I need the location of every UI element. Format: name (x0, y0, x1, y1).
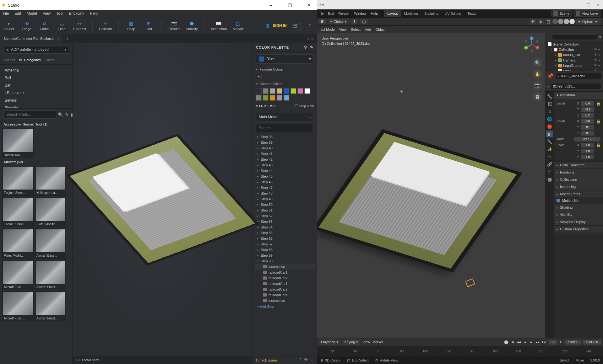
filter-icon[interactable]: ▾ (599, 35, 601, 39)
next-key-icon[interactable]: ▸▸ (535, 339, 541, 345)
pin-icon[interactable]: 📌 (547, 73, 553, 79)
hide-button[interactable]: ◡Hide (56, 21, 68, 31)
color-swatch[interactable] (277, 88, 282, 94)
refresh-icon[interactable]: ↻ (560, 340, 562, 344)
select-button[interactable]: ▸Select (3, 21, 15, 31)
prop-panel-relations[interactable]: ▸Relations (554, 169, 603, 176)
upload-button[interactable]: ⤴ (305, 21, 314, 30)
current-frame-field[interactable]: 1 (549, 340, 557, 345)
zoom-icon[interactable]: 🔍 (533, 58, 542, 67)
gizmo-icon[interactable]: 👁 (530, 19, 536, 24)
main-model-dropdown[interactable]: Main Model ▾ (256, 113, 314, 121)
pan-icon[interactable]: ✋ (533, 70, 542, 78)
category-list[interactable]: AntennaBallBarBaseplateBelvilleBionicle (0, 65, 72, 109)
workspace-sculpting[interactable]: Sculpting (421, 10, 442, 17)
transform-location-y[interactable]: Y-0.1 (557, 106, 600, 112)
filter-icon[interactable]: ⚲ (304, 45, 307, 50)
keying-menu[interactable]: Keying ▾ (343, 340, 360, 345)
part-thumbnail[interactable]: +Aircraft Fusel... (2, 260, 34, 290)
view-menu[interactable]: View (339, 28, 347, 31)
color-swatch[interactable] (270, 88, 275, 94)
category-item[interactable]: Ball (0, 74, 72, 82)
outliner-row[interactable]: ▸Light👁▸ (546, 68, 602, 71)
bl-menu-edit[interactable]: Edit (326, 12, 336, 15)
timeline-ruler[interactable]: 20406080100120140160180200220240 (317, 346, 603, 356)
step-item[interactable]: ▸Step 42 (255, 157, 315, 162)
shading-mode[interactable] (552, 19, 575, 24)
current-color-dropdown[interactable]: Blue ▾ (256, 54, 314, 64)
step-item[interactable]: ▸Step 47 (255, 185, 315, 190)
cat-tab-bl-categories[interactable]: BL Categories (19, 56, 41, 64)
substep-item[interactable]: railroadCar2 (255, 275, 315, 281)
step-item[interactable]: ▸Step 45 (255, 174, 315, 179)
jump-start-icon[interactable]: ⏮ (510, 339, 515, 345)
step-item[interactable]: ▸Step 39 (255, 140, 315, 145)
category-item[interactable]: Baseplate (0, 89, 72, 97)
tl-view-menu[interactable]: View (362, 340, 370, 344)
tab-world[interactable]: 🔴 (546, 123, 553, 130)
instruction-button[interactable]: 📖Instruction (211, 21, 227, 31)
prop-panel-visibility[interactable]: ▸Visibility (554, 211, 603, 218)
transform-rotation-x[interactable]: RotatiX-90🔒 (557, 118, 600, 124)
menu-tool[interactable]: Tool (57, 11, 63, 16)
substep-item[interactable]: locomotive (255, 298, 315, 303)
prop-panel-shading[interactable]: ▸Shading (554, 204, 603, 211)
menu-bricklink[interactable]: BrickLink (69, 11, 84, 16)
outliner[interactable]: ☰▾ Scene Collection▸Collection👁▸▸00000_C… (545, 33, 603, 71)
snap-toggle[interactable]: ⬇ (351, 19, 358, 24)
mode-dropdown[interactable]: ject Mode (320, 28, 335, 31)
tab-constraint[interactable]: 🔗 (546, 161, 553, 168)
step-item[interactable]: ▸Step 44 (255, 168, 315, 174)
tab-modifier[interactable]: 🔧 (546, 138, 553, 145)
tab-prev-icon[interactable]: ◂ (307, 36, 309, 41)
add-favorite-button[interactable]: + (256, 74, 262, 79)
file-tab[interactable]: Sample/Commuter Rail Station.io × (0, 34, 63, 43)
mosaic-button[interactable]: ◫Mosaic (232, 21, 244, 31)
step-item[interactable]: ▸Step 43 (255, 162, 315, 168)
collision-button[interactable]: ⚠Collision (99, 21, 112, 31)
active-file-field[interactable]: 📌 ▫ 01492_3023.dat (545, 71, 603, 81)
cat-tab-colors[interactable]: Colors (45, 56, 55, 64)
jump-end-icon[interactable]: ⏭ (541, 339, 547, 345)
studio-viewport[interactable]: 📷 ◎ 1201 total parts (73, 43, 253, 364)
step-item[interactable]: ▸Step 53 (255, 219, 315, 224)
minimize-button[interactable]: – (265, 2, 277, 8)
add-tab-button[interactable]: + (63, 36, 72, 41)
select-menu[interactable]: Select (351, 28, 361, 31)
prop-panel-motion-paths[interactable]: ▸Motion Paths (554, 190, 603, 197)
end-frame-field[interactable]: End 250 (583, 340, 601, 345)
grid-button[interactable]: ⊞Grid (143, 21, 155, 31)
sign-in-button[interactable]: 👤 SIGN IN (265, 24, 287, 28)
color-swatch[interactable] (263, 95, 269, 101)
outliner-row[interactable]: ▸Camera👁▸ (546, 57, 602, 63)
prop-panel-delta-transform[interactable]: ▸Delta Transform (554, 161, 603, 169)
eyedropper-icon[interactable]: ✎ (310, 45, 314, 50)
substep-item[interactable]: railroadCar2 (255, 286, 315, 292)
object-menu[interactable]: Object (376, 28, 386, 31)
step-item[interactable]: ▸Step 54 (255, 224, 315, 230)
step-item[interactable]: ▾Step 60 (255, 258, 315, 264)
tab-physics[interactable]: ⚛ (546, 153, 553, 160)
playback-menu[interactable]: Playback ▾ (319, 340, 340, 345)
collapse-icon[interactable]: ⌃ (299, 358, 302, 362)
step-search-input[interactable] (256, 124, 314, 132)
outliner-row[interactable]: ▸Collection👁▸ (546, 47, 602, 52)
color-swatch[interactable] (297, 88, 303, 94)
part-thumbnail[interactable]: +Helicopter La... (35, 166, 66, 196)
step-item[interactable]: ▸Step 52 (255, 213, 315, 219)
menu-view[interactable]: View (43, 11, 51, 16)
workspace-layout[interactable]: Layout (384, 10, 401, 17)
edit-icon[interactable]: ✎ (65, 111, 68, 118)
part-thumbnail[interactable]: +Plate, Modifie... (35, 197, 66, 227)
tab-particles[interactable]: ✨ (546, 146, 553, 153)
bl-menu-help[interactable]: Help (369, 12, 380, 15)
menu-file[interactable]: File (3, 11, 9, 16)
parts-search-input[interactable] (3, 110, 56, 119)
step-item[interactable]: ▸Step 56 (255, 236, 315, 241)
outliner-row[interactable]: ▸LegoGround👁▸ (546, 63, 602, 68)
palette-dropdown[interactable]: ≡ ADP palette - archived ▾ (3, 46, 69, 54)
prev-key-icon[interactable]: ◂◂ (516, 339, 522, 345)
step-item[interactable]: ▸Step 46 (255, 179, 315, 185)
studio-canvas[interactable] (73, 43, 253, 356)
add-icon[interactable]: ＋ (310, 358, 314, 362)
